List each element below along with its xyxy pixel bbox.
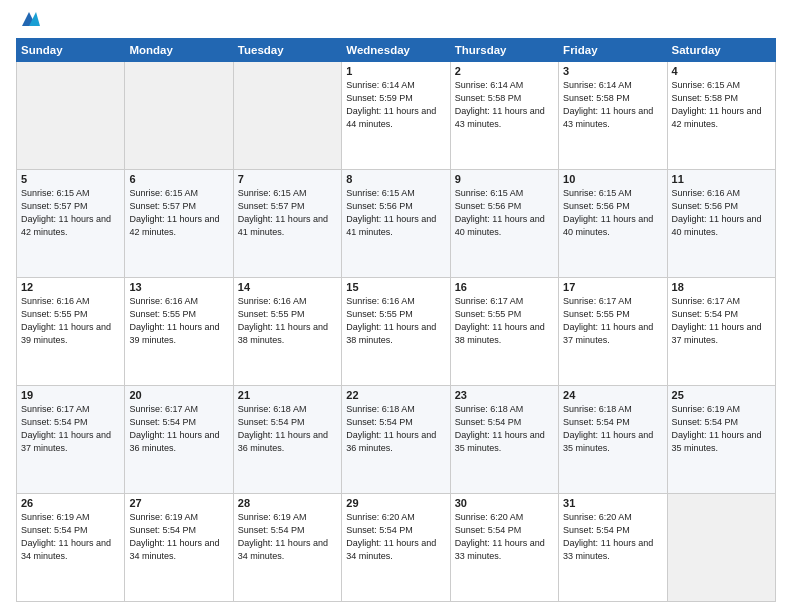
day-number: 30 [455,497,554,509]
day-number: 14 [238,281,337,293]
day-number: 5 [21,173,120,185]
day-info: Sunrise: 6:15 AM Sunset: 5:58 PM Dayligh… [672,79,771,131]
day-info: Sunrise: 6:19 AM Sunset: 5:54 PM Dayligh… [21,511,120,563]
day-number: 27 [129,497,228,509]
day-number: 2 [455,65,554,77]
calendar-cell: 25Sunrise: 6:19 AM Sunset: 5:54 PM Dayli… [667,386,775,494]
calendar-header-monday: Monday [125,39,233,62]
day-number: 12 [21,281,120,293]
day-number: 23 [455,389,554,401]
page: SundayMondayTuesdayWednesdayThursdayFrid… [0,0,792,612]
calendar-cell: 10Sunrise: 6:15 AM Sunset: 5:56 PM Dayli… [559,170,667,278]
day-number: 4 [672,65,771,77]
calendar-week-2: 5Sunrise: 6:15 AM Sunset: 5:57 PM Daylig… [17,170,776,278]
calendar-week-1: 1Sunrise: 6:14 AM Sunset: 5:59 PM Daylig… [17,62,776,170]
day-info: Sunrise: 6:17 AM Sunset: 5:55 PM Dayligh… [455,295,554,347]
day-number: 20 [129,389,228,401]
day-info: Sunrise: 6:15 AM Sunset: 5:56 PM Dayligh… [563,187,662,239]
calendar-cell [667,494,775,602]
day-info: Sunrise: 6:18 AM Sunset: 5:54 PM Dayligh… [238,403,337,455]
day-info: Sunrise: 6:14 AM Sunset: 5:59 PM Dayligh… [346,79,445,131]
calendar-cell [17,62,125,170]
day-info: Sunrise: 6:16 AM Sunset: 5:55 PM Dayligh… [238,295,337,347]
calendar-header-friday: Friday [559,39,667,62]
calendar-cell: 18Sunrise: 6:17 AM Sunset: 5:54 PM Dayli… [667,278,775,386]
day-number: 16 [455,281,554,293]
logo [16,12,40,30]
day-number: 17 [563,281,662,293]
day-info: Sunrise: 6:15 AM Sunset: 5:57 PM Dayligh… [21,187,120,239]
day-number: 6 [129,173,228,185]
calendar-header-tuesday: Tuesday [233,39,341,62]
calendar-cell: 24Sunrise: 6:18 AM Sunset: 5:54 PM Dayli… [559,386,667,494]
calendar-cell: 4Sunrise: 6:15 AM Sunset: 5:58 PM Daylig… [667,62,775,170]
day-info: Sunrise: 6:16 AM Sunset: 5:55 PM Dayligh… [346,295,445,347]
day-info: Sunrise: 6:15 AM Sunset: 5:56 PM Dayligh… [346,187,445,239]
logo-icon [18,8,40,30]
day-number: 1 [346,65,445,77]
day-number: 22 [346,389,445,401]
day-number: 25 [672,389,771,401]
calendar: SundayMondayTuesdayWednesdayThursdayFrid… [16,38,776,602]
calendar-cell: 5Sunrise: 6:15 AM Sunset: 5:57 PM Daylig… [17,170,125,278]
calendar-cell: 26Sunrise: 6:19 AM Sunset: 5:54 PM Dayli… [17,494,125,602]
day-number: 29 [346,497,445,509]
calendar-cell: 9Sunrise: 6:15 AM Sunset: 5:56 PM Daylig… [450,170,558,278]
day-number: 8 [346,173,445,185]
calendar-cell: 12Sunrise: 6:16 AM Sunset: 5:55 PM Dayli… [17,278,125,386]
calendar-header-row: SundayMondayTuesdayWednesdayThursdayFrid… [17,39,776,62]
calendar-cell: 21Sunrise: 6:18 AM Sunset: 5:54 PM Dayli… [233,386,341,494]
calendar-cell [233,62,341,170]
day-number: 21 [238,389,337,401]
day-number: 13 [129,281,228,293]
day-number: 10 [563,173,662,185]
calendar-cell: 31Sunrise: 6:20 AM Sunset: 5:54 PM Dayli… [559,494,667,602]
calendar-cell: 6Sunrise: 6:15 AM Sunset: 5:57 PM Daylig… [125,170,233,278]
day-number: 26 [21,497,120,509]
calendar-cell: 1Sunrise: 6:14 AM Sunset: 5:59 PM Daylig… [342,62,450,170]
day-info: Sunrise: 6:17 AM Sunset: 5:54 PM Dayligh… [129,403,228,455]
day-info: Sunrise: 6:16 AM Sunset: 5:55 PM Dayligh… [21,295,120,347]
day-number: 28 [238,497,337,509]
day-number: 19 [21,389,120,401]
calendar-cell: 28Sunrise: 6:19 AM Sunset: 5:54 PM Dayli… [233,494,341,602]
day-info: Sunrise: 6:19 AM Sunset: 5:54 PM Dayligh… [129,511,228,563]
day-info: Sunrise: 6:18 AM Sunset: 5:54 PM Dayligh… [563,403,662,455]
calendar-week-5: 26Sunrise: 6:19 AM Sunset: 5:54 PM Dayli… [17,494,776,602]
calendar-cell: 29Sunrise: 6:20 AM Sunset: 5:54 PM Dayli… [342,494,450,602]
day-number: 7 [238,173,337,185]
day-number: 31 [563,497,662,509]
calendar-cell: 17Sunrise: 6:17 AM Sunset: 5:55 PM Dayli… [559,278,667,386]
day-info: Sunrise: 6:20 AM Sunset: 5:54 PM Dayligh… [346,511,445,563]
calendar-week-4: 19Sunrise: 6:17 AM Sunset: 5:54 PM Dayli… [17,386,776,494]
day-number: 18 [672,281,771,293]
calendar-cell: 14Sunrise: 6:16 AM Sunset: 5:55 PM Dayli… [233,278,341,386]
day-info: Sunrise: 6:20 AM Sunset: 5:54 PM Dayligh… [455,511,554,563]
calendar-cell: 23Sunrise: 6:18 AM Sunset: 5:54 PM Dayli… [450,386,558,494]
day-number: 24 [563,389,662,401]
calendar-cell: 13Sunrise: 6:16 AM Sunset: 5:55 PM Dayli… [125,278,233,386]
calendar-cell: 30Sunrise: 6:20 AM Sunset: 5:54 PM Dayli… [450,494,558,602]
day-info: Sunrise: 6:17 AM Sunset: 5:54 PM Dayligh… [672,295,771,347]
day-info: Sunrise: 6:19 AM Sunset: 5:54 PM Dayligh… [672,403,771,455]
calendar-cell: 15Sunrise: 6:16 AM Sunset: 5:55 PM Dayli… [342,278,450,386]
calendar-header-sunday: Sunday [17,39,125,62]
calendar-week-3: 12Sunrise: 6:16 AM Sunset: 5:55 PM Dayli… [17,278,776,386]
calendar-cell: 19Sunrise: 6:17 AM Sunset: 5:54 PM Dayli… [17,386,125,494]
calendar-header-saturday: Saturday [667,39,775,62]
calendar-cell: 20Sunrise: 6:17 AM Sunset: 5:54 PM Dayli… [125,386,233,494]
calendar-header-wednesday: Wednesday [342,39,450,62]
day-number: 3 [563,65,662,77]
header [16,12,776,30]
calendar-cell: 16Sunrise: 6:17 AM Sunset: 5:55 PM Dayli… [450,278,558,386]
calendar-cell: 2Sunrise: 6:14 AM Sunset: 5:58 PM Daylig… [450,62,558,170]
calendar-cell: 3Sunrise: 6:14 AM Sunset: 5:58 PM Daylig… [559,62,667,170]
calendar-cell [125,62,233,170]
calendar-cell: 22Sunrise: 6:18 AM Sunset: 5:54 PM Dayli… [342,386,450,494]
day-info: Sunrise: 6:15 AM Sunset: 5:56 PM Dayligh… [455,187,554,239]
day-info: Sunrise: 6:19 AM Sunset: 5:54 PM Dayligh… [238,511,337,563]
day-info: Sunrise: 6:16 AM Sunset: 5:56 PM Dayligh… [672,187,771,239]
day-info: Sunrise: 6:20 AM Sunset: 5:54 PM Dayligh… [563,511,662,563]
calendar-cell: 27Sunrise: 6:19 AM Sunset: 5:54 PM Dayli… [125,494,233,602]
day-number: 15 [346,281,445,293]
